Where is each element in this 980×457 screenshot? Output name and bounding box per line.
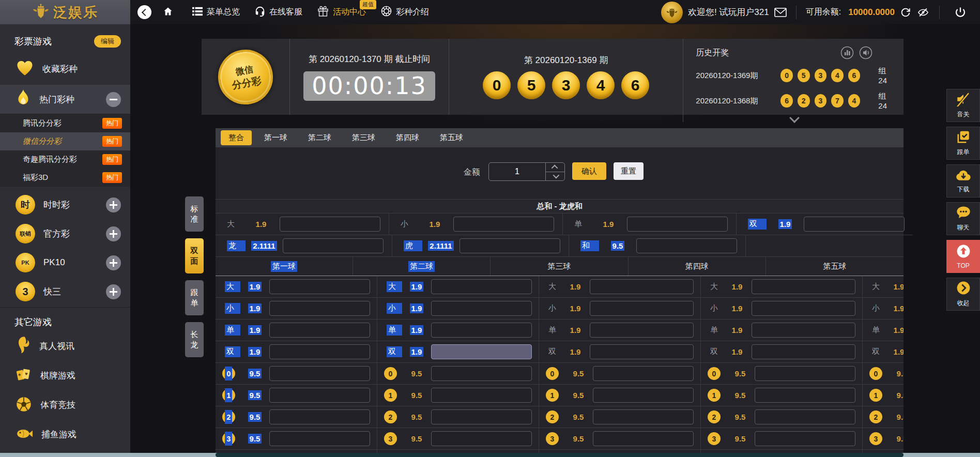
bet-amount-input[interactable]: [431, 323, 532, 338]
bet-amount-input[interactable]: [280, 217, 380, 232]
bet-amount-input[interactable]: [269, 431, 370, 446]
bet-amount-input[interactable]: [590, 344, 694, 359]
mail-icon[interactable]: [774, 8, 787, 17]
dock-button-collapse[interactable]: 收起: [946, 278, 980, 311]
play-tab[interactable]: 第三球: [344, 130, 384, 146]
bet-amount-input[interactable]: [590, 279, 694, 294]
history-expand-button[interactable]: [696, 114, 893, 121]
bet-cell: 2 9.5: [377, 406, 539, 428]
bet-amount-input[interactable]: [752, 344, 855, 359]
mode-tab[interactable]: 双面: [185, 238, 204, 273]
bet-amount-input[interactable]: [269, 323, 370, 338]
sidebar-group-item[interactable]: 3 快三: [0, 277, 130, 306]
bet-amount-input[interactable]: [752, 323, 855, 338]
bet-amount-input[interactable]: [755, 366, 855, 381]
mode-tab[interactable]: 跟单: [185, 280, 204, 315]
play-tab[interactable]: 第五球: [432, 130, 471, 146]
sidebar-other-game[interactable]: 体育竞技: [0, 390, 130, 420]
sidebar-other-game[interactable]: 捕鱼游戏: [0, 420, 130, 449]
back-button[interactable]: [137, 5, 151, 19]
stepper-down-button[interactable]: [546, 172, 564, 181]
bet-amount-input[interactable]: [431, 301, 532, 316]
dock-button-top[interactable]: TOP: [946, 240, 980, 273]
collapse-minus-button[interactable]: [106, 92, 121, 107]
expand-plus-button[interactable]: [106, 197, 121, 212]
play-tab[interactable]: 第四球: [388, 130, 427, 146]
reset-button[interactable]: 重置: [614, 162, 644, 180]
stepper-up-button[interactable]: [546, 163, 564, 172]
bet-amount-input[interactable]: [453, 217, 554, 232]
bet-cell: 3 9.5: [863, 428, 904, 450]
mode-tab[interactable]: 长龙: [185, 322, 204, 357]
bet-amount-input[interactable]: [627, 217, 728, 232]
bet-amount-input[interactable]: [269, 409, 370, 424]
user-avatar[interactable]: [661, 2, 683, 23]
sidebar-other-game[interactable]: ♥♠ 棋牌游戏: [0, 361, 130, 390]
sidebar-lottery-item[interactable]: 奇趣腾讯分分彩 热门: [0, 150, 130, 169]
bet-amount-input[interactable]: [460, 238, 560, 253]
dock-button-download[interactable]: 下载: [946, 164, 980, 197]
bet-amount-input[interactable]: [431, 366, 532, 381]
sidebar-group-item[interactable]: PK PK10: [0, 248, 130, 277]
bet-amount-input[interactable]: [636, 238, 737, 253]
bet-amount-input[interactable]: [590, 323, 694, 338]
bet-amount-input[interactable]: [593, 409, 694, 424]
expand-plus-button[interactable]: [106, 255, 121, 270]
nav-item[interactable]: 菜单总览: [185, 0, 247, 24]
nav-item[interactable]: 彩种介绍: [373, 0, 436, 24]
refresh-balance-icon[interactable]: [900, 7, 911, 18]
lottery-coin-badge: 微信 分分彩: [202, 39, 289, 115]
sidebar-lottery-item[interactable]: 微信分分彩 热门: [0, 132, 130, 150]
sidebar-group-item[interactable]: 时 时时彩: [0, 190, 130, 219]
bet-amount-input[interactable]: [431, 431, 532, 446]
sidebar-other-game[interactable]: 真人视讯: [0, 331, 130, 361]
bet-amount-input[interactable]: [431, 279, 532, 294]
bet-amount-input[interactable]: [269, 279, 370, 294]
logout-power-icon[interactable]: [954, 6, 967, 19]
expand-plus-button[interactable]: [106, 226, 121, 241]
bet-amount-input[interactable]: [431, 388, 532, 403]
play-tab[interactable]: 第一球: [256, 130, 296, 146]
nav-item[interactable]: 在线客服: [247, 0, 310, 24]
sidebar-item-favorites[interactable]: 收藏彩种: [0, 53, 130, 85]
bet-amount-input[interactable]: [269, 301, 370, 316]
sidebar-lottery-item[interactable]: 福彩3D 热门: [0, 169, 130, 187]
bet-amount-input[interactable]: [590, 301, 694, 316]
play-tab[interactable]: 第二球: [300, 130, 340, 146]
hide-balance-icon[interactable]: [916, 7, 930, 18]
home-button[interactable]: [156, 0, 180, 24]
amount-input[interactable]: [489, 163, 545, 180]
bet-amount-input[interactable]: [269, 388, 370, 403]
expand-plus-button[interactable]: [106, 284, 121, 299]
bet-amount-input[interactable]: [755, 388, 855, 403]
trend-chart-icon[interactable]: [840, 46, 854, 59]
edit-button[interactable]: 编辑: [94, 35, 121, 48]
bet-amount-input[interactable]: [431, 409, 532, 424]
bet-amount-input[interactable]: [593, 366, 694, 381]
sidebar-group-item[interactable]: 联销 官方彩: [0, 219, 130, 248]
bet-amount-input[interactable]: [269, 366, 370, 381]
bet-amount-input[interactable]: [752, 279, 855, 294]
horizontal-scrollbar[interactable]: [0, 453, 980, 457]
dock-button-mute[interactable]: 音关: [946, 89, 980, 122]
bet-amount-input[interactable]: [752, 301, 855, 316]
bet-amount-input[interactable]: [755, 409, 855, 424]
sidebar-lottery-item[interactable]: 腾讯分分彩 热门: [0, 114, 130, 132]
mode-tab[interactable]: 标准: [185, 196, 204, 232]
bet-amount-input[interactable]: [283, 238, 384, 253]
bet-amount-input[interactable]: [593, 388, 694, 403]
history-number-ball: 2: [798, 94, 810, 108]
bet-amount-input[interactable]: [593, 431, 694, 446]
bet-amount-input[interactable]: [755, 431, 855, 446]
play-tab[interactable]: 整合: [221, 130, 252, 145]
dock-button-follow[interactable]: 跟单: [946, 127, 980, 160]
bet-amount-input[interactable]: [269, 344, 370, 359]
scrollbar-thumb[interactable]: [216, 453, 904, 457]
sound-icon[interactable]: [859, 46, 872, 59]
sidebar-group-hot[interactable]: 热门彩种: [0, 85, 130, 114]
dock-button-chat[interactable]: 聊天: [946, 202, 980, 235]
nav-item[interactable]: 活动中心 超值: [310, 0, 373, 24]
bet-amount-input[interactable]: [804, 217, 905, 232]
confirm-button[interactable]: 确认: [572, 162, 606, 180]
bet-amount-input[interactable]: [431, 344, 532, 359]
